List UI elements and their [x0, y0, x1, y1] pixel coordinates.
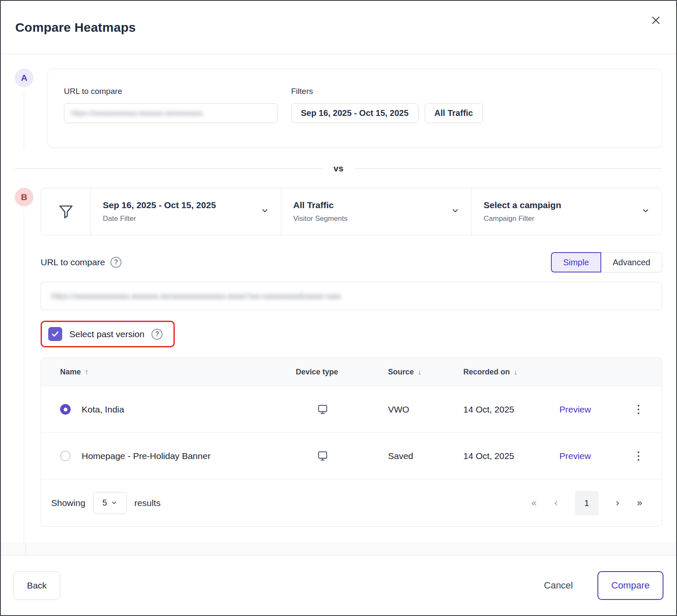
campaign-filter-label: Campaign Filter [484, 214, 561, 223]
last-page-button[interactable]: » [636, 498, 643, 508]
results-label: results [135, 498, 161, 508]
close-icon[interactable] [647, 12, 664, 29]
past-versions-table: Name ↑ Device type Source ↓ Recorded on [41, 358, 662, 527]
row-radio-unselected[interactable] [60, 451, 71, 461]
table-row: Kota, India VWO 14 Oct, 2025 Preview [41, 386, 662, 432]
section-b-content: Sep 16, 2025 - Oct 15, 2025 Date Filter … [41, 188, 662, 527]
page-title: Compare Heatmaps [15, 20, 136, 35]
row-recorded-on: 14 Oct, 2025 [463, 451, 559, 461]
chevron-down-icon [451, 206, 460, 217]
row-name: Homepage - Pre-Holiday Banner [82, 451, 211, 461]
date-filter-dropdown[interactable]: Sep 16, 2025 - Oct 15, 2025 Date Filter [91, 188, 281, 235]
back-button[interactable]: Back [14, 571, 60, 600]
column-header-recorded-on[interactable]: Recorded on ↓ [463, 368, 559, 377]
url-to-compare-row-b: URL to compare ? Simple Advanced [41, 252, 662, 272]
sort-asc-icon: ↑ [85, 368, 88, 377]
vs-divider: vs [15, 163, 662, 173]
url-value-a-blurred: https://aaaaaaaaaaa.aaaaaa.aa/aaaaaaa [71, 109, 203, 118]
section-a: A URL to compare https://aaaaaaaaaaa.aaa… [15, 69, 662, 148]
pagination-row: Showing 5 results « ‹ 1 › » [41, 479, 662, 526]
filter-funnel-icon[interactable] [41, 188, 91, 235]
select-past-version-annotation: Select past version ? [41, 321, 175, 347]
chevron-down-icon [641, 206, 650, 217]
section-b-badge-column: B [15, 188, 33, 206]
dialog-footer: Back Cancel Compare [1, 555, 676, 615]
row-device-cell [296, 404, 388, 415]
dialog-header: Compare Heatmaps [1, 1, 676, 54]
footer-actions: Cancel Compare [544, 571, 663, 600]
help-icon[interactable]: ? [151, 329, 162, 340]
select-past-version-label: Select past version [69, 329, 144, 339]
column-header-name[interactable]: Name ↑ [60, 368, 296, 377]
row-source: Saved [388, 451, 463, 461]
sort-desc-icon: ↓ [418, 368, 421, 377]
pagination-controls: « ‹ 1 › » [531, 491, 643, 515]
visitor-segments-label: Visitor Segments [293, 214, 347, 223]
row-device-cell [296, 450, 388, 462]
column-header-device-type[interactable]: Device type [296, 368, 388, 377]
badge-b: B [15, 188, 33, 206]
compare-heatmaps-dialog: Compare Heatmaps A URL to compare https:… [0, 0, 677, 616]
url-value-b-blurred: https://aaaaaaaaaaaa.aaaaaa.aa/aaaaaaaaa… [51, 292, 341, 301]
url-to-compare-group-a: URL to compare https://aaaaaaaaaaa.aaaaa… [64, 87, 278, 123]
url-to-compare-label-a: URL to compare [64, 87, 278, 96]
sort-desc-icon: ↓ [514, 368, 517, 377]
visitor-segments-value: All Traffic [293, 200, 347, 210]
visitor-segments-dropdown[interactable]: All Traffic Visitor Segments [281, 188, 471, 235]
date-filter-value: Sep 16, 2025 - Oct 15, 2025 [103, 200, 216, 210]
dialog-content: A URL to compare https://aaaaaaaaaaa.aaa… [1, 54, 676, 542]
previous-page-button[interactable]: ‹ [554, 498, 558, 508]
desktop-icon [317, 404, 328, 415]
chevron-down-icon [261, 206, 269, 217]
compare-button[interactable]: Compare [597, 571, 663, 600]
section-a-badge-column: A [15, 69, 33, 87]
table-row: Homepage - Pre-Holiday Banner Saved 14 O… [41, 432, 662, 479]
preview-link[interactable]: Preview [559, 451, 614, 461]
divider-line-right [355, 168, 662, 169]
cancel-button[interactable]: Cancel [544, 580, 573, 591]
row-recorded-on: 14 Oct, 2025 [463, 404, 559, 415]
url-input-a[interactable]: https://aaaaaaaaaaa.aaaaaa.aa/aaaaaaa [64, 103, 278, 123]
advanced-tab[interactable]: Advanced [601, 252, 662, 272]
section-a-card: URL to compare https://aaaaaaaaaaa.aaaaa… [47, 69, 662, 148]
badge-a: A [15, 69, 33, 87]
help-icon[interactable]: ? [110, 257, 121, 268]
filter-bar: Sep 16, 2025 - Oct 15, 2025 Date Filter … [41, 188, 662, 235]
all-traffic-chip[interactable]: All Traffic [425, 103, 483, 123]
row-name-cell: Kota, India [60, 404, 296, 415]
preview-link[interactable]: Preview [559, 404, 614, 415]
connector-line-b-tail [25, 542, 26, 555]
filters-label: Filters [291, 87, 483, 96]
current-page-button[interactable]: 1 [575, 491, 599, 515]
table-header-row: Name ↑ Device type Source ↓ Recorded on [41, 358, 662, 386]
chevron-down-icon [111, 500, 117, 506]
desktop-icon [317, 450, 328, 462]
connector-line-b [24, 210, 24, 542]
kebab-menu-icon[interactable] [634, 448, 643, 464]
showing-label: Showing [51, 498, 85, 508]
url-to-compare-label-b-group: URL to compare ? [41, 257, 121, 268]
filter-chips: Sep 16, 2025 - Oct 15, 2025 All Traffic [291, 103, 483, 123]
url-input-b[interactable]: https://aaaaaaaaaaaa.aaaaaa.aa/aaaaaaaaa… [41, 282, 662, 310]
first-page-button[interactable]: « [531, 498, 537, 508]
section-b: B Sep 16, 2025 - Oct 15, 2025 Date Filte… [15, 188, 662, 527]
row-name: Kota, India [82, 404, 124, 415]
row-source: VWO [388, 404, 463, 415]
vs-label: vs [333, 163, 343, 173]
connector-line-a [24, 91, 24, 150]
simple-tab[interactable]: Simple [551, 252, 601, 272]
row-name-cell: Homepage - Pre-Holiday Banner [60, 451, 296, 461]
date-range-chip[interactable]: Sep 16, 2025 - Oct 15, 2025 [291, 103, 418, 123]
page-size-select[interactable]: 5 [93, 492, 127, 514]
url-to-compare-label-b: URL to compare [41, 257, 105, 267]
row-radio-selected[interactable] [60, 404, 71, 415]
kebab-menu-icon[interactable] [634, 402, 643, 418]
url-mode-toggle: Simple Advanced [551, 252, 662, 272]
select-past-version-checkbox[interactable] [48, 327, 62, 341]
campaign-filter-dropdown[interactable]: Select a campaign Campaign Filter [471, 188, 662, 235]
next-page-button[interactable]: › [616, 498, 620, 508]
pre-footer-strip [1, 542, 676, 555]
filters-group-a: Filters Sep 16, 2025 - Oct 15, 2025 All … [291, 87, 483, 123]
campaign-filter-value: Select a campaign [484, 200, 561, 210]
column-header-source[interactable]: Source ↓ [388, 368, 463, 377]
